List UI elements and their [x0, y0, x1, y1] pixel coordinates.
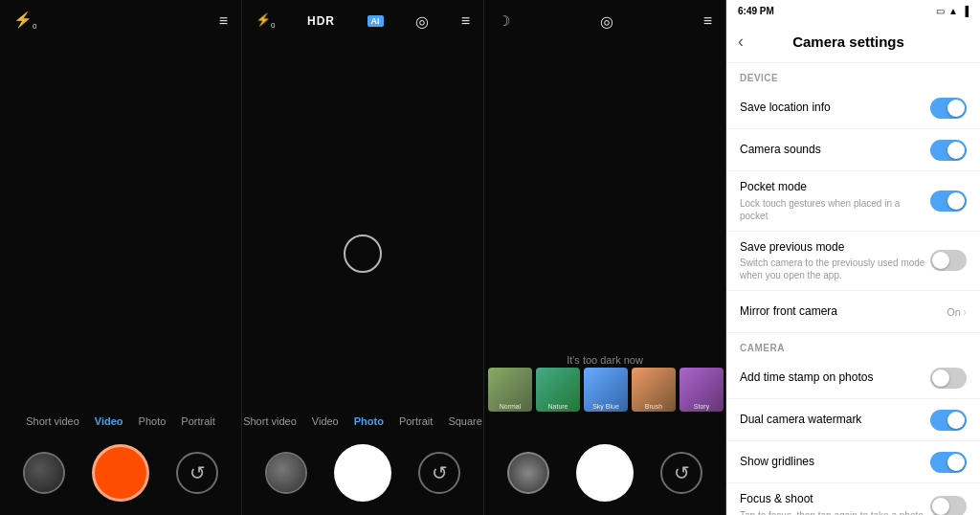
rotate-camera-3[interactable]: ↺	[660, 452, 702, 494]
status-bar: 6:49 PM ▭ ▲ ▐	[726, 0, 980, 21]
focus-shoot-content: Focus & shoot Tap to focus, then tap aga…	[740, 492, 930, 515]
rotate-camera-2[interactable]: ↺	[418, 452, 460, 494]
mirror-front-content: Mirror front camera	[740, 304, 947, 320]
camera-panel-night: ☽ ◎ ≡ It's too dark now Normal Nature Sk…	[484, 0, 726, 515]
cam-controls-1: ↺	[0, 435, 241, 515]
dual-watermark-content: Dual camera watermark	[740, 413, 930, 428]
pocket-mode-title: Pocket mode	[740, 180, 930, 195]
filter-brush-label: Brush	[632, 403, 676, 410]
settings-save-previous-mode: Save previous mode Switch camera to the …	[726, 232, 980, 292]
flash-icon-2[interactable]: ⚡0	[256, 12, 275, 30]
settings-body: DEVICE Save location info Camera sounds …	[726, 63, 980, 515]
settings-dual-watermark: Dual camera watermark	[726, 399, 980, 441]
filter-story[interactable]: Story	[679, 368, 724, 412]
filter-normal[interactable]: Normal	[488, 368, 532, 412]
mode-portrait-1[interactable]: Portrait	[181, 415, 214, 427]
dual-watermark-title: Dual camera watermark	[740, 413, 930, 428]
focus-shoot-toggle[interactable]	[930, 496, 967, 515]
save-previous-mode-title: Save previous mode	[740, 240, 930, 256]
back-button[interactable]: ‹	[738, 32, 744, 52]
ai-badge[interactable]: AI	[368, 15, 384, 27]
pocket-mode-toggle[interactable]	[930, 190, 967, 212]
mode-short-video-1[interactable]: Short video	[26, 415, 79, 427]
timestamp-title: Add time stamp on photos	[740, 370, 930, 386]
mode-short-video-2[interactable]: Short video	[243, 415, 297, 427]
cam-controls-3: ↺	[484, 435, 725, 515]
cam-controls-2: ↺	[242, 435, 483, 515]
filter-icon-2[interactable]: ◎	[415, 12, 429, 31]
moon-icon[interactable]: ☽	[498, 12, 510, 30]
pocket-mode-subtitle: Lock touch gestures when placed in a poc…	[740, 197, 930, 222]
filter-skyblue-label: Sky Blue	[584, 403, 628, 410]
settings-mirror-front[interactable]: Mirror front camera On ›	[726, 291, 980, 333]
gallery-thumb-3[interactable]	[507, 452, 549, 494]
filter-skyblue[interactable]: Sky Blue	[584, 368, 628, 412]
show-gridlines-knob	[947, 454, 965, 471]
show-gridlines-toggle[interactable]	[930, 452, 967, 473]
filter-normal-label: Normal	[488, 403, 532, 410]
show-gridlines-content: Show gridlines	[740, 455, 930, 470]
focus-shoot-subtitle: Tap to focus, then tap again to take a p…	[740, 509, 930, 515]
show-gridlines-title: Show gridlines	[740, 455, 930, 470]
save-location-title: Save location info	[740, 101, 930, 116]
gallery-thumb-1[interactable]	[23, 452, 65, 494]
mode-photo-2[interactable]: Photo	[354, 415, 384, 427]
pocket-mode-content: Pocket mode Lock touch gestures when pla…	[740, 180, 930, 222]
cam-mode-bar-2: Short video Video Photo Portrait Square	[242, 410, 483, 435]
settings-title: Camera settings	[751, 34, 946, 50]
settings-header: ‹ Camera settings	[726, 21, 980, 63]
mirror-front-title: Mirror front camera	[740, 304, 947, 320]
chevron-right-icon: ›	[963, 305, 967, 319]
camera-sounds-title: Camera sounds	[740, 143, 930, 158]
gallery-thumb-2[interactable]	[265, 452, 307, 494]
camera-sounds-content: Camera sounds	[740, 143, 930, 158]
dual-watermark-toggle[interactable]	[930, 410, 967, 431]
filter-brush[interactable]: Brush	[632, 368, 676, 412]
shutter-video[interactable]	[92, 444, 149, 502]
settings-focus-shoot: Focus & shoot Tap to focus, then tap aga…	[726, 483, 980, 515]
settings-pocket-mode: Pocket mode Lock touch gestures when pla…	[726, 171, 980, 232]
cam-toolbar-2: ⚡0 HDR AI ◎ ≡	[242, 0, 483, 42]
filter-story-label: Story	[679, 403, 724, 410]
wifi-icon: ▲	[948, 6, 958, 16]
menu-icon-2[interactable]: ≡	[461, 12, 470, 30]
save-previous-mode-toggle[interactable]	[930, 250, 967, 271]
mode-square-2[interactable]: Square	[448, 415, 481, 427]
filter-strip: Normal Nature Sky Blue Brush Story Child…	[484, 368, 725, 412]
settings-show-gridlines: Show gridlines	[726, 441, 980, 483]
rotate-camera-1[interactable]: ↺	[176, 452, 218, 494]
timestamp-toggle[interactable]	[930, 368, 967, 389]
dual-watermark-knob	[947, 412, 965, 429]
battery-icon: ▭	[936, 6, 945, 16]
camera-panel-video: ⚡0 ≡ Short video Video Photo Portrait ↺	[0, 0, 242, 515]
timestamp-knob	[932, 369, 949, 387]
status-icons: ▭ ▲ ▐	[936, 6, 969, 16]
save-location-toggle[interactable]	[930, 98, 967, 119]
filter-icon-3[interactable]: ◎	[600, 12, 613, 31]
menu-icon-3[interactable]: ≡	[703, 12, 712, 30]
mode-portrait-2[interactable]: Portrait	[399, 415, 433, 427]
menu-icon-1[interactable]: ≡	[219, 12, 228, 30]
shutter-photo-3[interactable]	[576, 444, 634, 502]
camera-section-label: CAMERA	[726, 333, 980, 357]
mode-video-2[interactable]: Video	[312, 415, 339, 427]
mirror-front-val-text: On	[947, 306, 961, 318]
camera-sounds-toggle[interactable]	[930, 140, 967, 161]
device-section-label: DEVICE	[726, 63, 980, 87]
mode-video-1[interactable]: Video	[95, 415, 123, 427]
cam-toolbar-3: ☽ ◎ ≡	[484, 0, 725, 42]
filter-nature[interactable]: Nature	[536, 368, 580, 412]
mirror-front-value: On ›	[947, 305, 967, 319]
save-previous-mode-subtitle: Switch camera to the previously used mod…	[740, 257, 930, 281]
settings-camera-sounds: Camera sounds	[726, 129, 980, 171]
flash-icon-1[interactable]: ⚡0	[13, 11, 36, 31]
hdr-badge[interactable]: HDR	[307, 14, 335, 28]
save-previous-mode-content: Save previous mode Switch camera to the …	[740, 240, 930, 282]
save-previous-mode-knob	[932, 252, 949, 269]
shutter-photo[interactable]	[334, 444, 391, 502]
settings-panel: 6:49 PM ▭ ▲ ▐ ‹ Camera settings DEVICE S…	[726, 0, 980, 515]
save-location-content: Save location info	[740, 101, 930, 116]
mode-photo-1[interactable]: Photo	[139, 415, 167, 427]
timestamp-content: Add time stamp on photos	[740, 370, 930, 386]
settings-timestamp: Add time stamp on photos	[726, 357, 980, 399]
